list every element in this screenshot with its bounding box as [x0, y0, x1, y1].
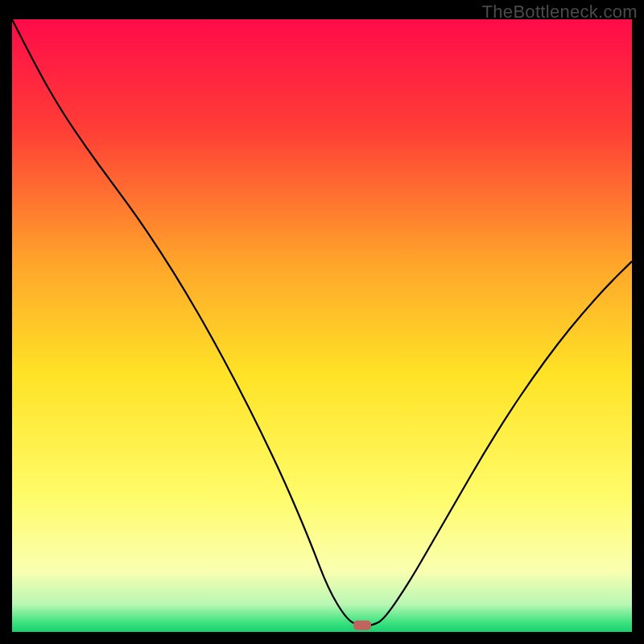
gradient-background: [12, 19, 632, 632]
optimum-marker: [353, 621, 371, 630]
plot-area: [12, 19, 632, 632]
bottleneck-chart: [12, 19, 632, 632]
chart-frame: TheBottleneck.com: [0, 0, 644, 644]
site-watermark: TheBottleneck.com: [482, 2, 638, 23]
